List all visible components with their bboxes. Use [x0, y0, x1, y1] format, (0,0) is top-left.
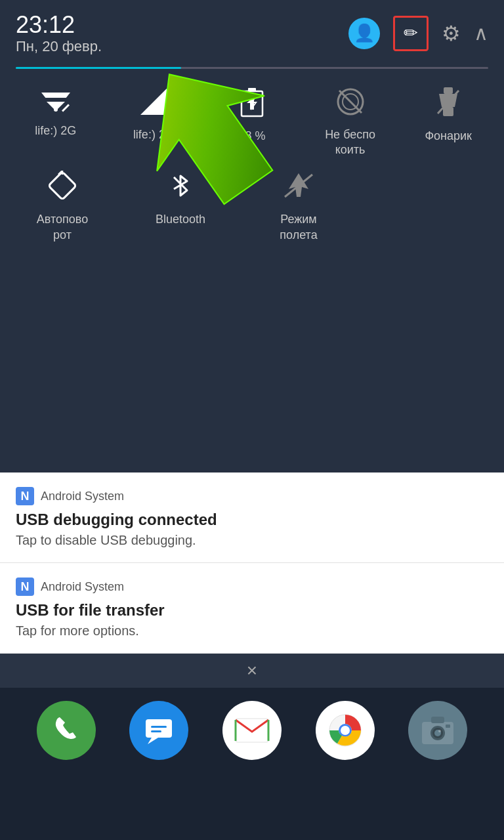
airplane-label: Режимполета [280, 212, 317, 243]
tile-battery[interactable]: 18 % [209, 87, 295, 144]
brightness-fill [16, 67, 181, 69]
svg-rect-18 [49, 172, 76, 200]
svg-rect-23 [151, 730, 161, 732]
notif-app-name-2: Android System [41, 580, 124, 594]
tile-signal[interactable]: life:) 2G [111, 87, 196, 142]
time-block: 23:12 Пн, 20 февр. [16, 12, 102, 55]
svg-rect-22 [151, 726, 167, 728]
brightness-track[interactable] [16, 67, 488, 69]
tile-bluetooth[interactable]: Bluetooth [138, 171, 223, 227]
notif-title-1: USB debugging connected [16, 511, 488, 529]
signal-label: life:) 2G [133, 127, 175, 142]
svg-rect-20 [146, 719, 172, 738]
home-area: × [0, 654, 504, 772]
autorotate-icon [47, 171, 77, 207]
svg-point-33 [438, 730, 441, 732]
svg-point-4 [54, 108, 58, 112]
svg-rect-14 [444, 87, 453, 94]
dock-gmail[interactable] [222, 701, 282, 760]
brightness-row[interactable] [0, 60, 504, 75]
tile-autorotate[interactable]: Автоповорот [20, 171, 105, 243]
dock-row [0, 688, 504, 773]
notif-app-name-1: Android System [41, 490, 124, 503]
edit-button[interactable]: ✏ [393, 16, 429, 51]
svg-rect-16 [443, 107, 453, 116]
time-display: 23:12 [16, 12, 102, 38]
signal-icon [139, 87, 168, 122]
android-system-logo-1: N [16, 487, 34, 505]
svg-point-27 [341, 726, 350, 735]
bluetooth-icon [169, 171, 192, 207]
wifi-icon [41, 87, 70, 118]
dnd-label: Не беспокоить [325, 127, 375, 158]
quick-tiles-row1: life:) 2G life:) 2G 18 % [0, 75, 504, 165]
notif-card-usb-debug[interactable]: N Android System USB debugging connected… [0, 472, 504, 563]
date-display: Пн, 20 февр. [16, 38, 102, 55]
tile-dnd[interactable]: Не беспокоить [308, 87, 393, 158]
dismiss-icon[interactable]: × [247, 660, 257, 681]
tile-flashlight[interactable]: Фонарик [406, 87, 491, 144]
dismiss-bar[interactable]: × [0, 654, 504, 688]
battery-label: 18 % [238, 129, 265, 144]
quick-tiles-row2: Автоповорот Bluetooth Режимполета [0, 164, 504, 249]
flashlight-icon [436, 87, 460, 123]
notif-card-usb-file[interactable]: N Android System USB for file transfer T… [0, 563, 504, 654]
dock-camera[interactable] [408, 701, 467, 760]
svg-rect-5 [62, 104, 70, 112]
svg-marker-21 [148, 738, 158, 744]
battery-icon [240, 87, 264, 123]
flashlight-label: Фонарик [425, 129, 472, 144]
wifi-label: life:) 2G [35, 123, 76, 138]
tile-wifi[interactable]: life:) 2G [13, 87, 98, 138]
header-icons: 👤 ✏ ⚙ ∧ [348, 16, 488, 51]
notif-header-1: N Android System [16, 487, 488, 505]
android-system-logo-2: N [16, 578, 34, 596]
notifications-area: N Android System USB debugging connected… [0, 472, 504, 654]
header-row: 23:12 Пн, 20 февр. 👤 ✏ ⚙ ∧ [0, 0, 504, 60]
svg-rect-29 [431, 717, 444, 723]
autorotate-label: Автоповорот [37, 212, 88, 243]
svg-marker-6 [140, 89, 167, 115]
settings-icon[interactable]: ⚙ [442, 21, 461, 46]
dock-messages[interactable] [129, 701, 188, 760]
notification-panel: 23:12 Пн, 20 февр. 👤 ✏ ⚙ ∧ [0, 0, 504, 472]
notif-header-2: N Android System [16, 578, 488, 596]
chevron-up-icon[interactable]: ∧ [474, 22, 488, 45]
avatar-icon[interactable]: 👤 [348, 18, 380, 49]
dock-phone[interactable] [37, 701, 96, 760]
svg-rect-8 [248, 88, 256, 92]
notif-body-2: Tap for more options. [16, 623, 488, 639]
notif-body-1: Tap to disable USB debugging. [16, 533, 488, 548]
dnd-icon [336, 87, 365, 122]
airplane-icon [284, 171, 314, 207]
svg-rect-24 [236, 719, 268, 742]
notif-title-2: USB for file transfer [16, 601, 488, 620]
bluetooth-label: Bluetooth [156, 212, 205, 227]
dock-chrome[interactable] [316, 701, 375, 760]
svg-rect-34 [446, 724, 450, 728]
tile-airplane[interactable]: Режимполета [256, 171, 341, 243]
